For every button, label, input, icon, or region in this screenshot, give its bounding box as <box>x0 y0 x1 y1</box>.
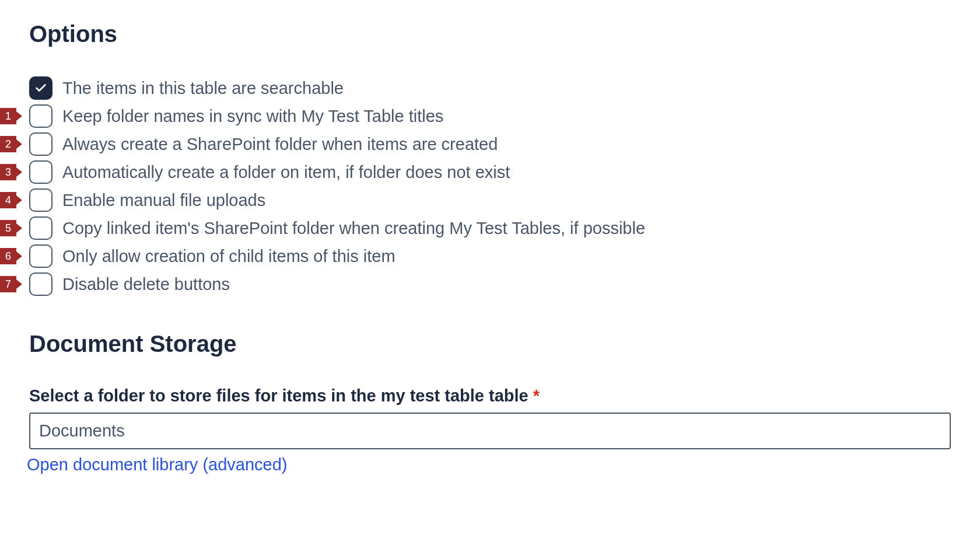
checkbox-row: 6Only allow creation of child items of t… <box>29 244 951 268</box>
annotation-arrow-icon <box>16 195 22 205</box>
checkbox-label: Disable delete buttons <box>62 275 230 294</box>
check-icon <box>34 82 47 95</box>
checkbox-row: 7Disable delete buttons <box>29 272 951 296</box>
annotation-marker: 2 <box>0 136 16 152</box>
annotation-arrow-icon <box>16 280 22 289</box>
checkbox-label: Enable manual file uploads <box>62 191 265 210</box>
checkbox-row: 2Always create a SharePoint folder when … <box>29 132 951 156</box>
checkbox[interactable] <box>29 216 52 240</box>
checkbox-row: The items in this table are searchable <box>29 76 951 100</box>
annotation-arrow-icon <box>16 139 22 149</box>
checkbox[interactable] <box>29 104 52 128</box>
checkbox[interactable] <box>29 188 52 212</box>
checkbox-label: Always create a SharePoint folder when i… <box>62 135 498 154</box>
options-list: The items in this table are searchable1K… <box>29 76 951 296</box>
checkbox-label: Copy linked item's SharePoint folder whe… <box>62 219 645 238</box>
folder-field-label-text: Select a folder to store files for items… <box>29 386 528 405</box>
annotation-marker: 4 <box>0 192 16 208</box>
annotation-marker: 7 <box>0 276 16 292</box>
annotation-marker: 1 <box>0 108 16 124</box>
annotation-marker: 3 <box>0 164 16 180</box>
checkbox-row: 5Copy linked item's SharePoint folder wh… <box>29 216 951 240</box>
checkbox[interactable] <box>29 132 52 156</box>
checkbox-label: Keep folder names in sync with My Test T… <box>62 107 443 126</box>
annotation-arrow-icon <box>16 223 22 233</box>
checkbox-row: 4Enable manual file uploads <box>29 188 951 212</box>
annotation-marker: 6 <box>0 248 16 264</box>
checkbox-row: 1Keep folder names in sync with My Test … <box>29 104 951 128</box>
open-document-library-link[interactable]: Open document library (advanced) <box>27 455 288 474</box>
document-storage-section: Document Storage Select a folder to stor… <box>29 331 951 474</box>
checkbox[interactable] <box>29 160 52 184</box>
annotation-marker: 5 <box>0 220 16 236</box>
required-indicator: * <box>533 386 540 405</box>
checkbox-label: Automatically create a folder on item, i… <box>62 163 510 182</box>
checkbox-label: Only allow creation of child items of th… <box>62 247 396 266</box>
folder-path-input[interactable] <box>29 413 951 449</box>
annotation-arrow-icon <box>16 251 22 261</box>
checkbox-row: 3Automatically create a folder on item, … <box>29 160 951 184</box>
checkbox[interactable] <box>29 244 52 268</box>
document-storage-heading: Document Storage <box>29 331 951 357</box>
options-heading: Options <box>29 21 951 47</box>
checkbox[interactable] <box>29 76 52 100</box>
checkbox-label: The items in this table are searchable <box>62 79 344 98</box>
annotation-arrow-icon <box>16 111 22 121</box>
annotation-arrow-icon <box>16 167 22 177</box>
checkbox[interactable] <box>29 272 52 296</box>
folder-field-label: Select a folder to store files for items… <box>29 386 951 406</box>
